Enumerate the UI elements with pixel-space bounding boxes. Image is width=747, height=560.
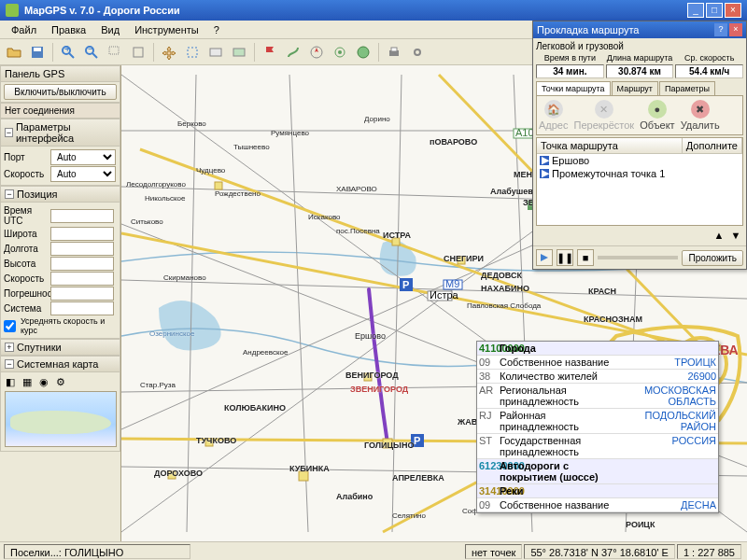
svg-text:СНЕГИРИ: СНЕГИРИ bbox=[444, 254, 484, 263]
svg-text:Никольское: Никольское bbox=[145, 194, 186, 203]
speed-select[interactable]: Auto bbox=[50, 166, 116, 182]
menu-edit[interactable]: Правка bbox=[44, 22, 93, 37]
target-icon[interactable] bbox=[330, 42, 350, 63]
gps-panel-header: Панель GPS bbox=[0, 65, 120, 82]
spd-field[interactable] bbox=[50, 272, 114, 286]
route-help-button[interactable]: ? bbox=[714, 23, 727, 36]
err-field[interactable] bbox=[50, 287, 114, 301]
status-coords: 55° 28.7318' N 37° 18.6810' E bbox=[524, 544, 675, 559]
zoom-in-icon[interactable]: + bbox=[58, 42, 78, 63]
vehicle-type: Легковой и грузовой bbox=[536, 41, 743, 51]
start-flag-icon: ▶ bbox=[540, 156, 549, 165]
globe-icon[interactable] bbox=[353, 42, 374, 63]
tab-params[interactable]: Параметры bbox=[659, 81, 715, 95]
tool-address[interactable]: 🏠Адрес bbox=[539, 100, 569, 131]
svg-text:Искаково: Искаково bbox=[308, 213, 341, 221]
list-item[interactable]: ▶ Ершово bbox=[537, 154, 742, 167]
build-route-button[interactable]: Проложить bbox=[682, 250, 743, 266]
view1-icon[interactable] bbox=[205, 42, 226, 63]
port-select[interactable]: Auto bbox=[50, 149, 116, 165]
settings-icon[interactable] bbox=[407, 42, 428, 63]
route-panel-title: Прокладка маршрута bbox=[537, 21, 712, 38]
collapse-icon[interactable]: − bbox=[5, 128, 13, 137]
menu-help[interactable]: ? bbox=[206, 22, 227, 37]
expand-icon[interactable]: + bbox=[5, 343, 14, 352]
move-down-icon[interactable]: ▼ bbox=[728, 228, 743, 243]
tool-crossing[interactable]: ✕Перекрёсток bbox=[574, 100, 635, 131]
minimap-tool-icon[interactable]: ◧ bbox=[3, 374, 18, 389]
minimap-tool-icon[interactable]: ⚙ bbox=[53, 374, 68, 389]
minimap-tool-icon[interactable]: ▦ bbox=[20, 374, 35, 389]
tool-object[interactable]: ●Объект bbox=[640, 100, 674, 131]
svg-text:ХАВАРОВО: ХАВАРОВО bbox=[336, 185, 377, 193]
iface-params-header[interactable]: − Параметры интерфейса bbox=[0, 119, 120, 147]
tab-points[interactable]: Точки маршрута bbox=[536, 81, 611, 95]
tab-route[interactable]: Маршрут bbox=[612, 81, 658, 95]
alt-field[interactable] bbox=[50, 257, 114, 271]
status-points: нет точек bbox=[465, 544, 522, 559]
zoom-out-icon[interactable]: − bbox=[81, 42, 102, 63]
open-icon[interactable] bbox=[4, 42, 24, 63]
svg-rect-10 bbox=[188, 48, 197, 57]
route-panel: Прокладка маршрута ? × Легковой и грузов… bbox=[532, 21, 747, 270]
zoom-extent-icon[interactable] bbox=[128, 42, 148, 63]
play-button[interactable] bbox=[536, 249, 553, 266]
route-icon[interactable] bbox=[283, 42, 303, 63]
svg-text:Берково: Берково bbox=[177, 119, 206, 128]
route-close-button[interactable]: × bbox=[729, 23, 742, 36]
gps-toggle-button[interactable]: Включить/выключить bbox=[4, 84, 117, 100]
svg-text:КУБИНКА: КУБИНКА bbox=[289, 464, 330, 473]
collapse-icon[interactable]: − bbox=[5, 359, 14, 369]
sys-field[interactable] bbox=[50, 301, 114, 315]
svg-text:РОИЦК: РОИЦК bbox=[626, 520, 655, 529]
maximize-button[interactable]: □ bbox=[706, 3, 723, 18]
svg-text:Рождествено: Рождествено bbox=[215, 189, 261, 198]
minimap[interactable] bbox=[5, 391, 117, 447]
lon-field[interactable] bbox=[50, 242, 114, 256]
sysmap-header[interactable]: − Системная карта bbox=[0, 356, 120, 372]
save-icon[interactable] bbox=[27, 42, 48, 63]
svg-text:пос.Посевна: пос.Посевна bbox=[336, 227, 380, 235]
svg-rect-1 bbox=[34, 48, 41, 51]
route-time: 34 мин. bbox=[536, 64, 604, 78]
svg-rect-11 bbox=[210, 49, 221, 56]
gps-panel-title: Панель GPS bbox=[5, 68, 64, 79]
avg-checkbox[interactable] bbox=[4, 320, 16, 332]
view2-icon[interactable] bbox=[229, 42, 249, 63]
pan-icon[interactable] bbox=[159, 42, 179, 63]
list-item[interactable]: ▶ Промежуточная точка 1 bbox=[537, 167, 742, 180]
menu-view[interactable]: Вид bbox=[93, 22, 127, 37]
position-header[interactable]: − Позиция bbox=[0, 186, 120, 203]
select-icon[interactable] bbox=[182, 42, 203, 63]
close-button[interactable]: × bbox=[725, 3, 741, 18]
satellites-header[interactable]: + Спутники bbox=[0, 339, 120, 356]
collapse-icon[interactable]: − bbox=[5, 189, 14, 199]
flag-icon[interactable] bbox=[260, 42, 280, 63]
zoom-region-icon[interactable] bbox=[105, 42, 125, 63]
compass-icon[interactable] bbox=[306, 42, 327, 63]
via-flag-icon: ▶ bbox=[540, 169, 549, 178]
statusbar: Поселки...: ГОЛИЦЫНО нет точек 55° 28.73… bbox=[0, 541, 747, 560]
sidebar: Панель GPS Включить/выключить Нет соедин… bbox=[0, 65, 121, 541]
move-up-icon[interactable]: ▲ bbox=[712, 228, 726, 243]
svg-text:P: P bbox=[402, 279, 409, 290]
minimize-button[interactable]: _ bbox=[687, 3, 704, 18]
svg-text:пОВАРОВО: пОВАРОВО bbox=[430, 137, 477, 147]
svg-text:Озернинское: Озернинское bbox=[149, 329, 195, 338]
playback-slider[interactable] bbox=[598, 256, 678, 259]
print-icon[interactable] bbox=[384, 42, 404, 63]
minimap-tool-icon[interactable]: ◉ bbox=[36, 374, 51, 389]
route-points-list[interactable]: Точка маршрутаДополните ▶ Ершово ▶ Проме… bbox=[536, 137, 743, 226]
lat-field[interactable] bbox=[50, 227, 114, 241]
stop-button[interactable]: ■ bbox=[577, 249, 594, 266]
time-field[interactable] bbox=[50, 209, 114, 223]
svg-text:Алабино: Алабино bbox=[336, 492, 374, 501]
pause-button[interactable]: ❚❚ bbox=[557, 249, 573, 266]
menu-file[interactable]: Файл bbox=[4, 22, 44, 37]
tool-delete[interactable]: ✖Удалить bbox=[681, 100, 720, 131]
menu-tools[interactable]: Инструменты bbox=[127, 22, 206, 37]
svg-text:КРАСНОЗНАМ: КРАСНОЗНАМ bbox=[584, 315, 642, 324]
svg-rect-8 bbox=[109, 47, 119, 54]
status-object: Поселки...: ГОЛИЦЫНО bbox=[4, 544, 190, 559]
svg-text:КОЛЮБАКИНО: КОЛЮБАКИНО bbox=[224, 403, 286, 413]
